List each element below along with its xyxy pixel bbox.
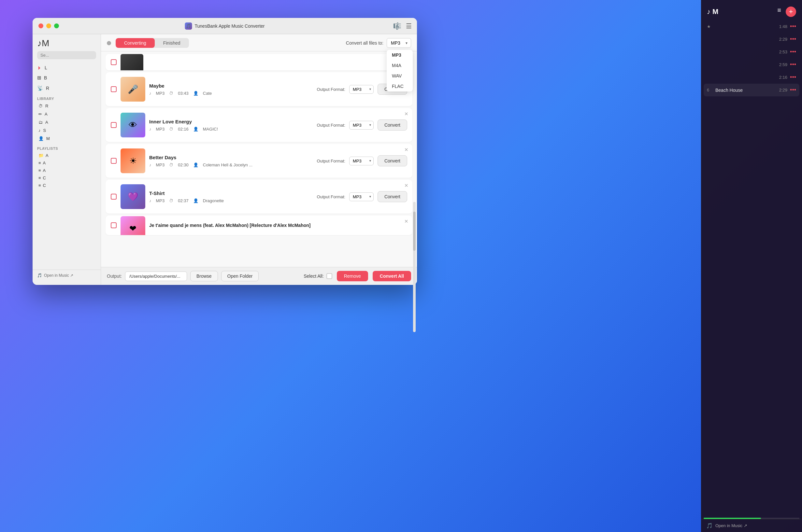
format-option-wav[interactable]: WAV	[387, 71, 413, 81]
maybe-duration: 03:43	[178, 91, 189, 96]
am-track-duration-6: 2:29	[779, 88, 787, 93]
convert-all-label: Convert all files to:	[346, 40, 384, 45]
sidebar-item-songs[interactable]: ♪S	[37, 126, 96, 134]
sidebar-item-radio[interactable]: 📡 R	[33, 83, 101, 93]
am-track-row-4[interactable]: 2:59 •••	[704, 58, 799, 71]
scrollbar-thumb[interactable]	[413, 212, 416, 251]
browse-btn[interactable]: Browse	[190, 271, 218, 281]
ts-format-select[interactable]: MP3M4AWAVFLAC	[349, 192, 374, 201]
tab-converting[interactable]: Converting	[116, 38, 155, 48]
bd-format-select[interactable]: MP3M4AWAVFLAC	[349, 157, 374, 165]
partial-checkbox[interactable]	[111, 59, 117, 65]
am-track-dots-3[interactable]: •••	[790, 49, 796, 55]
app-title: TunesBank Apple Music Converter	[194, 23, 264, 28]
sidebar-item-artists[interactable]: 🗂A	[37, 118, 96, 126]
ts-format-icon: ♪	[149, 198, 151, 203]
ts-output-label: Output Format:	[317, 194, 345, 199]
ts-format-select-wrapper: MP3M4AWAVFLAC ▼	[349, 192, 374, 201]
format-option-mp3[interactable]: MP3	[387, 50, 413, 60]
playlist-item-4[interactable]: ≡C	[37, 174, 96, 182]
better-days-artwork: ☀	[120, 149, 145, 173]
minimize-button[interactable]	[46, 23, 51, 28]
maybe-format-select[interactable]: MP3M4AWAVFLAC	[349, 85, 374, 94]
am-bottom-music-icon: 🎵	[706, 522, 713, 529]
am-add-btn[interactable]: +	[786, 6, 796, 17]
il-format: MP3	[156, 127, 165, 132]
inner-love-artwork: 👁	[120, 113, 145, 137]
inner-love-title: Inner Love Energy	[149, 119, 313, 125]
inner-love-convert-btn[interactable]: Convert	[377, 119, 407, 131]
traffic-lights	[38, 23, 59, 28]
maybe-artwork: 🎤	[120, 77, 145, 101]
better-days-checkbox[interactable]	[111, 158, 117, 164]
am-track-row-3[interactable]: 2:53 •••	[704, 45, 799, 58]
maybe-format-select-wrapper: MP3M4AWAVFLAC ▼	[349, 85, 374, 94]
titlebar-actions: 🎼 ☰	[393, 22, 412, 30]
maximize-button[interactable]	[54, 23, 59, 28]
sidebar-search[interactable]	[37, 51, 96, 59]
am-track-row-1[interactable]: ★ 1:48 •••	[704, 20, 799, 33]
apple-music-panel: ♪ M ≡ + ★ 1:48 •••	[701, 0, 802, 532]
jetaime-checkbox[interactable]	[111, 222, 117, 228]
sidebar-item-albums[interactable]: ✏A	[37, 110, 96, 118]
il-artist: MAGIC!	[203, 127, 218, 132]
playlist-item-1[interactable]: 📁A	[37, 152, 96, 159]
format-option-flac[interactable]: FLAC	[387, 81, 413, 92]
format-option-m4a[interactable]: M4A	[387, 60, 413, 71]
am-list-icon[interactable]: ≡	[777, 6, 781, 17]
tshirt-checkbox[interactable]	[111, 194, 117, 200]
playlist-item-5[interactable]: ≡C	[37, 182, 96, 189]
am-track-dots-5[interactable]: •••	[790, 74, 796, 81]
am-track-row-6[interactable]: 6 Beach House 2:29 •••	[704, 84, 799, 96]
am-track-duration-2: 2:29	[779, 37, 787, 42]
il-format-select[interactable]: MP3M4AWAVFLAC	[349, 121, 374, 130]
convert-all-btn[interactable]: Convert All	[373, 271, 411, 281]
sidebar-item-music-videos[interactable]: 👤M	[37, 134, 96, 142]
scrollbar-track[interactable]	[413, 202, 416, 332]
close-button[interactable]	[38, 23, 43, 28]
maybe-checkbox[interactable]	[111, 86, 117, 92]
browse-nav-icon: ⊞	[37, 75, 41, 81]
remove-btn[interactable]: Remove	[337, 271, 368, 281]
am-track-dots-4[interactable]: •••	[790, 61, 796, 68]
sidebar-item-recently[interactable]: ⏱R	[37, 102, 96, 110]
jetaime-close-icon[interactable]: ✕	[404, 218, 409, 224]
sidebar-item-listen[interactable]: ⏵ L	[33, 62, 101, 73]
playlist-icon[interactable]: 🎼	[393, 22, 401, 30]
am-track-row-2[interactable]: 2:29 •••	[704, 33, 799, 45]
open-folder-btn[interactable]: Open Folder	[221, 271, 259, 281]
inner-love-checkbox[interactable]	[111, 122, 117, 128]
playlist-item-3[interactable]: ≡A	[37, 167, 96, 174]
playlist-list-icon-2: ≡	[38, 160, 41, 165]
sidebar-item-browse[interactable]: ⊞ B	[33, 73, 101, 83]
am-logo-m: ♪ M	[707, 7, 718, 16]
format-dropdown-btn[interactable]: MP3 ▼	[387, 38, 411, 48]
tab-finished[interactable]: Finished	[155, 38, 189, 48]
am-track-dots-2[interactable]: •••	[790, 36, 796, 43]
better-days-convert-btn[interactable]: Convert	[377, 155, 407, 166]
playlist-item-2[interactable]: ≡A	[37, 159, 96, 167]
open-in-music-am[interactable]: Open in Music ↗	[715, 523, 747, 528]
am-track-dots-6[interactable]: •••	[790, 87, 796, 93]
artists-icon: 🗂	[38, 120, 43, 125]
inner-love-close-icon[interactable]: ✕	[404, 111, 409, 117]
maybe-format-icon: ♪	[149, 91, 151, 96]
better-days-close-icon[interactable]: ✕	[404, 147, 409, 153]
output-path-display: /Users/apple/Documents/...	[125, 271, 187, 281]
ts-duration: 02:37	[178, 198, 189, 203]
am-track-num-1: ★	[707, 24, 712, 29]
tshirt-close-icon[interactable]: ✕	[404, 183, 409, 189]
tab-group: Converting Finished	[116, 38, 189, 48]
track-item-maybe: 🎤 Maybe ♪ MP3 ⏱ 03:43 👤 Cate	[106, 72, 412, 106]
maybe-person-icon: 👤	[193, 91, 199, 96]
menu-icon[interactable]: ☰	[406, 22, 412, 30]
tshirt-convert-btn[interactable]: Convert	[377, 191, 407, 202]
am-track-row-5[interactable]: 2:16 •••	[704, 71, 799, 84]
open-in-music[interactable]: 🎵 Open in Music ↗	[33, 270, 101, 281]
format-dropdown-menu: MP3 M4A WAV FLAC	[387, 50, 413, 92]
inner-love-info: Inner Love Energy ♪ MP3 ⏱ 02:16 👤 MAGIC!	[149, 119, 313, 132]
am-track-dots-1[interactable]: •••	[790, 23, 796, 30]
select-all-checkbox[interactable]	[327, 273, 332, 279]
playlists-section: Playlists 📁A ≡A ≡A ≡C ≡C	[33, 144, 101, 190]
bottom-bar: Output: /Users/apple/Documents/... Brows…	[101, 267, 417, 285]
